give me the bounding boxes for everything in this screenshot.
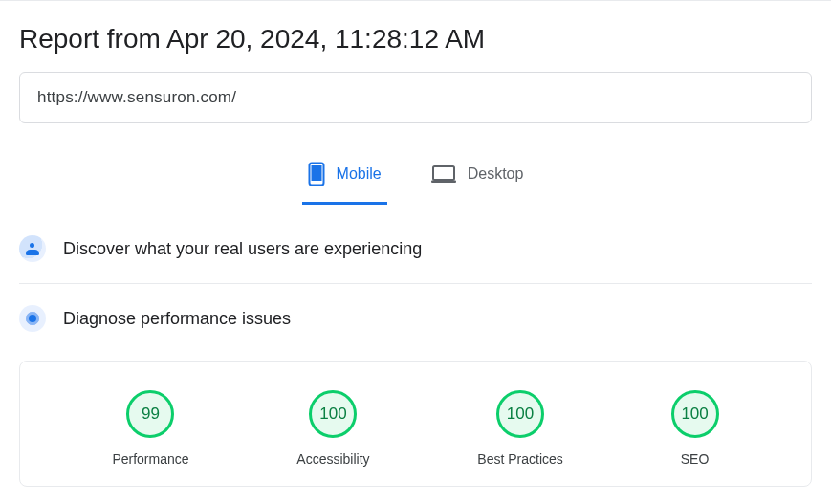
scores-panel: 99 Performance 100 Accessibility 100 Bes… xyxy=(19,361,812,487)
section-real-users-title: Discover what your real users are experi… xyxy=(63,239,422,259)
mobile-icon xyxy=(308,162,325,186)
section-diagnose-title: Diagnose performance issues xyxy=(63,309,291,329)
tab-mobile[interactable]: Mobile xyxy=(302,150,387,205)
score-seo[interactable]: 100 SEO xyxy=(671,390,719,467)
score-best-practices[interactable]: 100 Best Practices xyxy=(477,390,562,467)
page-title: Report from Apr 20, 2024, 11:28:12 AM xyxy=(19,1,812,72)
score-gauge: 99 xyxy=(126,390,174,438)
tab-desktop-label: Desktop xyxy=(468,165,524,183)
url-input[interactable] xyxy=(37,88,794,107)
url-input-container[interactable] xyxy=(19,72,812,123)
score-label: Performance xyxy=(112,451,188,467)
section-diagnose: Diagnose performance issues xyxy=(19,284,812,353)
score-gauge: 100 xyxy=(309,390,357,438)
target-icon xyxy=(19,305,46,332)
tab-desktop[interactable]: Desktop xyxy=(426,150,530,205)
device-tabs: Mobile Desktop xyxy=(19,150,812,205)
score-gauge: 100 xyxy=(496,390,544,438)
svg-rect-2 xyxy=(433,166,454,180)
svg-rect-1 xyxy=(311,165,321,181)
people-icon xyxy=(19,235,46,262)
score-label: Best Practices xyxy=(477,451,562,467)
desktop-icon xyxy=(431,164,456,184)
svg-rect-3 xyxy=(431,181,456,184)
section-real-users: Discover what your real users are experi… xyxy=(19,214,812,284)
score-accessibility[interactable]: 100 Accessibility xyxy=(296,390,369,467)
score-gauge: 100 xyxy=(671,390,719,438)
tab-mobile-label: Mobile xyxy=(337,165,382,183)
score-label: Accessibility xyxy=(296,451,369,467)
score-label: SEO xyxy=(681,451,710,467)
score-performance[interactable]: 99 Performance xyxy=(112,390,188,467)
